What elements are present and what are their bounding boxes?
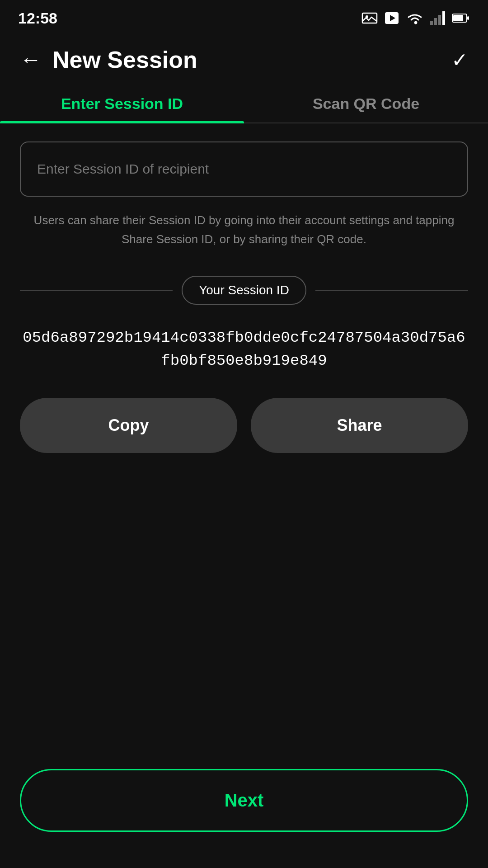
session-id-input[interactable] bbox=[20, 142, 468, 197]
divider-line-right bbox=[315, 290, 468, 291]
svg-rect-4 bbox=[430, 21, 433, 25]
svg-rect-0 bbox=[362, 13, 377, 23]
header: ← New Session ✓ bbox=[0, 33, 488, 82]
session-id-input-container bbox=[20, 142, 468, 197]
svg-rect-7 bbox=[442, 11, 445, 25]
page-title: New Session bbox=[52, 46, 451, 73]
signal-icon bbox=[430, 11, 446, 25]
status-time: 12:58 bbox=[18, 9, 57, 27]
next-button[interactable]: Next bbox=[20, 769, 468, 832]
svg-rect-9 bbox=[467, 16, 469, 20]
copy-button[interactable]: Copy bbox=[20, 398, 237, 453]
divider-line-left bbox=[20, 290, 173, 291]
your-session-id-label: Your Session ID bbox=[182, 276, 306, 305]
help-text: Users can share their Session ID by goin… bbox=[0, 211, 488, 249]
session-id-divider: Your Session ID bbox=[20, 276, 468, 305]
tab-enter-session[interactable]: Enter Session ID bbox=[0, 82, 244, 123]
back-button[interactable]: ← bbox=[20, 49, 42, 71]
share-button[interactable]: Share bbox=[251, 398, 468, 453]
play-icon bbox=[384, 11, 399, 25]
status-bar: 12:58 bbox=[0, 0, 488, 33]
svg-rect-6 bbox=[438, 15, 441, 25]
tab-scan-qr[interactable]: Scan QR Code bbox=[244, 82, 488, 123]
confirm-button[interactable]: ✓ bbox=[451, 48, 468, 71]
svg-rect-10 bbox=[453, 15, 463, 21]
battery-icon bbox=[452, 13, 470, 23]
svg-rect-5 bbox=[434, 18, 437, 25]
status-icons bbox=[361, 11, 470, 25]
session-id-value: 05d6a897292b19414c0338fb0dde0cfc24787504… bbox=[0, 326, 488, 373]
wifi-icon bbox=[406, 11, 424, 25]
next-button-container: Next bbox=[20, 769, 468, 832]
tabs: Enter Session ID Scan QR Code bbox=[0, 82, 488, 123]
action-buttons: Copy Share bbox=[0, 398, 488, 453]
gallery-icon bbox=[361, 11, 378, 25]
